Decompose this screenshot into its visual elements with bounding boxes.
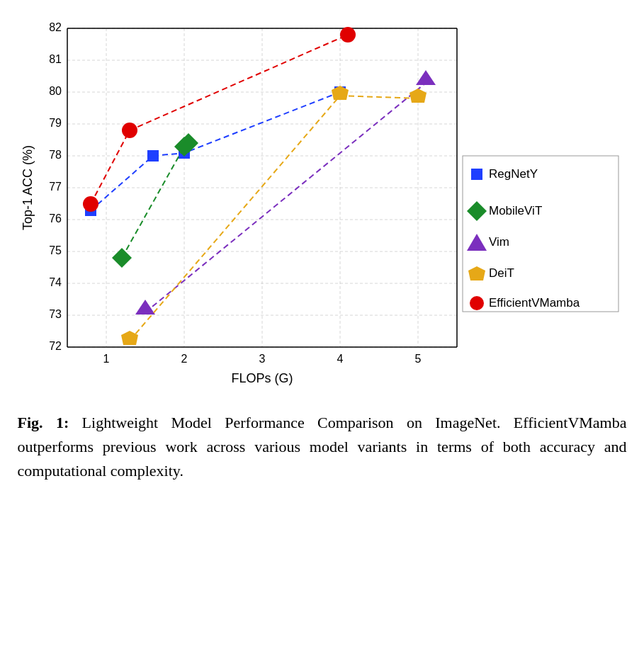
legend-effvm-label: EfficientVMamba (489, 296, 580, 310)
effvm-point-2 (122, 123, 137, 138)
y-tick-80: 80 (49, 85, 62, 97)
legend-vim-label: Vim (489, 235, 509, 249)
x-tick-2: 2 (181, 353, 187, 365)
y-axis-label: Top-1 ACC (%) (21, 145, 35, 230)
legend-mobilevit-label: MobileViT (489, 204, 542, 217)
chart-svg: 72 73 74 75 76 77 78 79 80 81 82 1 2 3 4… (18, 14, 627, 390)
y-tick-75: 75 (49, 244, 62, 256)
legend-regnet-label: RegNetY (489, 167, 538, 181)
x-tick-4: 4 (337, 353, 343, 365)
figure-caption: Fig. 1: Lightweight Model Performance Co… (18, 411, 627, 483)
x-tick-5: 5 (414, 353, 421, 365)
legend-effvm-icon (470, 296, 484, 310)
y-tick-77: 77 (49, 181, 62, 193)
y-tick-73: 73 (49, 308, 62, 320)
x-tick-1: 1 (103, 353, 109, 365)
y-tick-78: 78 (49, 149, 62, 161)
effvm-point-3 (340, 27, 356, 42)
caption-text: Lightweight Model Performance Comparison… (18, 414, 627, 480)
y-tick-76: 76 (49, 212, 62, 225)
legend-deit-label: DeiT (489, 266, 514, 280)
svg-rect-21 (463, 156, 618, 312)
effvm-point-1 (83, 196, 98, 212)
regnet-point-2 (147, 150, 159, 162)
y-tick-81: 81 (49, 53, 62, 65)
y-tick-74: 74 (49, 276, 62, 288)
chart-container: 72 73 74 75 76 77 78 79 80 81 82 1 2 3 4… (18, 14, 627, 390)
x-tick-3: 3 (259, 353, 265, 365)
figure-label: Fig. 1: (18, 414, 69, 431)
x-axis-label: FLOPs (G) (231, 371, 293, 385)
y-tick-79: 79 (49, 117, 62, 129)
y-tick-72: 72 (49, 340, 62, 352)
y-tick-82: 82 (49, 21, 62, 33)
legend-regnet-icon (471, 169, 482, 180)
